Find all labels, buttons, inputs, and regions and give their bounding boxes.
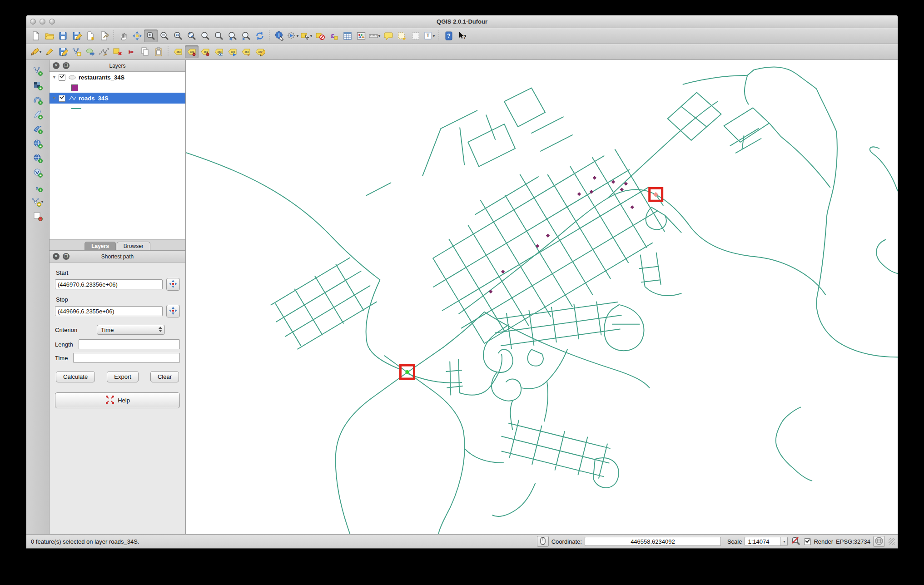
refresh-map-button[interactable]	[253, 30, 267, 42]
remove-layer-group-button[interactable]: −	[31, 210, 45, 223]
map-tips-button[interactable]	[382, 30, 395, 42]
scale-combo[interactable]: 1:14074 ▼	[745, 537, 788, 546]
coordinate-input[interactable]	[585, 537, 721, 546]
label-show-hide-button[interactable]: abc	[212, 45, 226, 58]
copy-features-button[interactable]	[138, 45, 152, 58]
zoom-native-button[interactable]: 1:1	[171, 30, 185, 42]
pan-map-button[interactable]	[117, 30, 130, 42]
cut-features-button[interactable]: ✂	[124, 45, 138, 58]
minimize-window-button[interactable]	[40, 19, 45, 25]
add-spatialite-layer-button[interactable]: +	[31, 108, 45, 121]
tab-layers[interactable]: Layers	[84, 242, 116, 250]
add-wcs-layer-button[interactable]: +	[31, 152, 45, 164]
new-project-button[interactable]	[29, 30, 43, 42]
label-move-button[interactable]: abc	[226, 45, 239, 58]
start-input[interactable]	[55, 279, 163, 289]
add-vector-layer-button[interactable]: +	[31, 64, 45, 77]
whats-this-button[interactable]: ?	[456, 30, 469, 42]
layer-visibility-checkbox[interactable]	[59, 74, 65, 81]
select-by-expression-button[interactable]: ε	[327, 30, 341, 42]
save-project-button[interactable]	[56, 30, 70, 42]
clear-button[interactable]: Clear	[150, 371, 179, 382]
time-output[interactable]	[73, 353, 180, 363]
zoom-last-button[interactable]	[226, 30, 239, 42]
paste-features-button[interactable]	[152, 45, 165, 58]
new-bookmark-button[interactable]: ★	[395, 30, 409, 42]
coordinate-capture-button[interactable]	[537, 536, 549, 547]
add-raster-layer-button[interactable]: +	[31, 79, 45, 92]
label-rotate-button[interactable]: abcc	[239, 45, 253, 58]
zoom-to-selection-button[interactable]	[199, 30, 212, 42]
add-delimited-text-layer-button[interactable]: ,+	[31, 181, 45, 193]
scale-dropdown-icon[interactable]: ▼	[780, 537, 787, 545]
line-swatch	[71, 108, 81, 109]
capture-start-point-button[interactable]	[166, 278, 180, 291]
tab-browser[interactable]: Browser	[117, 242, 150, 250]
layer-item-restaurants_34S[interactable]: ▼restaurants_34S	[50, 72, 185, 83]
pan-to-selection-button[interactable]	[130, 30, 144, 42]
add-mssql-layer-button[interactable]: +	[31, 123, 45, 135]
new-shapefile-layer-button[interactable]: ✶▼	[31, 195, 45, 208]
save-project-as-button[interactable]	[70, 30, 84, 42]
add-feature-button[interactable]: ✳	[70, 45, 84, 58]
label-highlight-pinned-button[interactable]: abc	[199, 45, 212, 58]
current-edits-button[interactable]: ▼	[29, 45, 43, 58]
run-feature-action-button[interactable]: ▼	[286, 30, 300, 42]
capture-stop-point-button[interactable]	[166, 305, 180, 317]
save-layer-edits-button[interactable]	[56, 45, 70, 58]
layer-item-roads_34S[interactable]: ▼roads_34S	[50, 93, 185, 104]
move-feature-button[interactable]	[84, 45, 97, 58]
resize-grip[interactable]	[889, 538, 895, 545]
add-wfs-layer-button[interactable]: +	[31, 166, 45, 179]
toolbar-separator	[166, 46, 170, 57]
zoom-out-button[interactable]	[158, 30, 171, 42]
title-bar[interactable]: QGIS 2.0.1-Dufour	[26, 15, 898, 28]
criterion-select[interactable]: Time	[97, 325, 165, 335]
export-button[interactable]: Export	[107, 371, 139, 382]
show-bookmarks-button[interactable]	[409, 30, 422, 42]
identify-features-button[interactable]: i	[273, 30, 286, 42]
layer-tree[interactable]: ▼restaurants_34S▼roads_34S	[50, 72, 185, 239]
layers-dock-float-icon[interactable]: ❐	[63, 62, 70, 69]
expand-triangle-icon[interactable]: ▼	[52, 96, 59, 100]
calculate-button[interactable]: Calculate	[56, 371, 95, 382]
map-canvas[interactable]	[186, 60, 898, 534]
crs-status-button[interactable]	[873, 536, 885, 547]
stop-render-button[interactable]	[790, 536, 801, 546]
close-window-button[interactable]	[30, 19, 36, 25]
open-project-button[interactable]	[43, 30, 56, 42]
measure-line-button[interactable]: ▼	[368, 30, 382, 42]
zoom-next-button[interactable]	[239, 30, 253, 42]
zoom-full-button[interactable]	[185, 30, 199, 42]
layer-visibility-checkbox[interactable]	[59, 95, 65, 102]
composer-manager-button[interactable]	[97, 30, 111, 42]
shortest-path-close-icon[interactable]: ✕	[53, 253, 60, 260]
road-line	[459, 189, 825, 313]
shortest-path-float-icon[interactable]: ❐	[63, 253, 70, 260]
zoom-in-button[interactable]	[144, 30, 158, 42]
stop-input[interactable]	[55, 306, 163, 316]
length-output[interactable]	[79, 339, 180, 349]
new-print-composer-button[interactable]: ✱	[84, 30, 97, 42]
label-pin-button[interactable]: abc	[185, 45, 199, 58]
delete-selected-button[interactable]	[111, 45, 124, 58]
node-tool-button[interactable]	[97, 45, 111, 58]
deselect-features-button[interactable]	[313, 30, 327, 42]
toggle-editing-button[interactable]	[43, 45, 56, 58]
render-checkbox[interactable]	[804, 538, 811, 545]
zoom-to-layer-button[interactable]	[212, 30, 226, 42]
add-postgis-layer-button[interactable]: +	[31, 94, 45, 106]
add-wms-layer-button[interactable]: +	[31, 137, 45, 150]
label-settings-button[interactable]: abc	[171, 45, 185, 58]
text-annotation-button[interactable]: T▼	[422, 30, 436, 42]
label-show-hide-icon: abc	[214, 47, 224, 57]
layers-dock-close-icon[interactable]: ✕	[53, 62, 60, 69]
select-features-button[interactable]: ▼	[300, 30, 313, 42]
zoom-window-button[interactable]	[49, 19, 55, 25]
help-contents-button[interactable]: ?	[442, 30, 456, 42]
label-properties-button[interactable]: abc	[253, 45, 267, 58]
help-button[interactable]: Help	[55, 392, 180, 408]
field-calculator-button[interactable]	[354, 30, 368, 42]
expand-triangle-icon[interactable]: ▼	[52, 75, 59, 79]
open-attribute-table-button[interactable]	[341, 30, 354, 42]
